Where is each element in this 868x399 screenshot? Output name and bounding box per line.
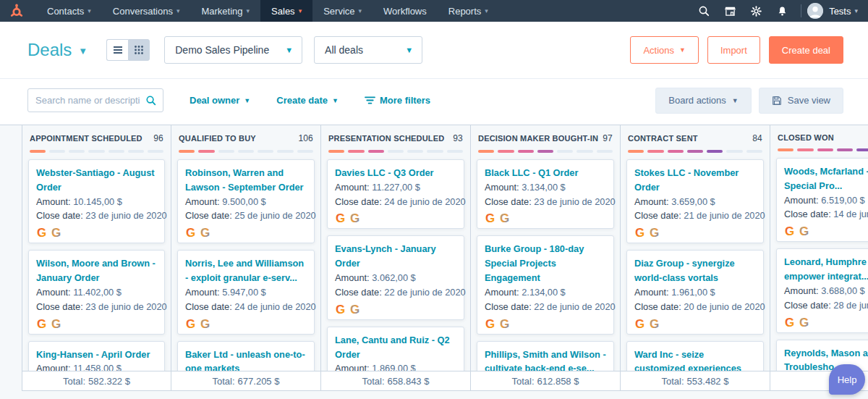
deal-card-title[interactable]: Diaz Group - synergize world-class vorta… xyxy=(634,256,756,285)
deal-card-title[interactable]: Leonard, Humphre - empower integrat... xyxy=(784,255,868,284)
deal-card-title[interactable]: King-Hansen - April Order xyxy=(36,348,157,362)
close-date-value: 14 de junio de 2020 xyxy=(833,209,868,219)
deal-card-title[interactable]: Evans-Lynch - January Order xyxy=(335,242,456,271)
actions-button-label: Actions xyxy=(643,45,674,56)
import-button[interactable]: Import xyxy=(707,36,760,64)
create-date-filter[interactable]: Create date ▼ xyxy=(276,95,339,106)
avatar[interactable] xyxy=(807,3,823,19)
deal-amount-row: Amount: 3.134,00 $ xyxy=(485,180,606,195)
search-icon[interactable] xyxy=(691,0,717,22)
notifications-icon[interactable] xyxy=(769,0,795,22)
deal-card[interactable]: Wilson, Moore and Brown - January OrderA… xyxy=(28,250,165,334)
nav-item-contacts[interactable]: Contacts▾ xyxy=(36,0,102,22)
pipeline-select[interactable]: Demo Sales Pipeline ▼ xyxy=(164,36,302,64)
deal-close-date-row: Close date: 25 de junio de 2020 xyxy=(185,209,307,223)
chevron-down-icon: ▾ xyxy=(485,7,488,14)
board-view-button[interactable] xyxy=(128,39,150,61)
account-name: Tests xyxy=(829,6,851,17)
page-title[interactable]: Deals ▼ xyxy=(27,40,88,60)
nav-item-sales[interactable]: Sales▾ xyxy=(260,0,312,22)
page-title-text: Deals xyxy=(27,40,72,60)
company-logos: GG xyxy=(36,316,157,330)
deal-card-title[interactable]: Woods, Mcfarland - 30-day Special Pro... xyxy=(784,164,868,193)
total-label: Total: xyxy=(362,376,385,387)
deal-card[interactable]: Black LLC - Q1 OrderAmount: 3.134,00 $Cl… xyxy=(477,159,614,229)
deal-card[interactable]: Davies LLC - Q3 OrderAmount: 11.227,00 $… xyxy=(327,159,464,229)
nav-item-conversations[interactable]: Conversations▾ xyxy=(102,0,191,22)
deal-amount-row: Amount: 10.145,00 $ xyxy=(36,195,157,209)
deal-card[interactable]: Robinson, Warren and Lawson - September … xyxy=(177,159,315,243)
deal-card[interactable]: Lane, Cantu and Ruiz - Q2 OrderAmount: 1… xyxy=(327,327,464,371)
company-logos: GG xyxy=(784,224,868,238)
close-date-label: Close date: xyxy=(185,301,232,312)
board-actions-button[interactable]: Board actions ▼ xyxy=(655,88,751,114)
close-date-label: Close date: xyxy=(634,210,681,221)
company-logos: GG xyxy=(185,225,307,239)
column-total: Total:658.843 $ xyxy=(321,371,470,391)
save-view-label: Save view xyxy=(788,95,830,106)
deal-owner-filter[interactable]: Deal owner ▼ xyxy=(190,95,250,106)
deal-card-title[interactable]: Black LLC - Q1 Order xyxy=(485,166,606,180)
svg-text:G: G xyxy=(37,226,46,240)
svg-text:G: G xyxy=(37,316,46,330)
deal-card[interactable]: Burke Group - 180-day Special Projects E… xyxy=(477,235,614,334)
deal-card[interactable]: Evans-Lynch - January OrderAmount: 3.062… xyxy=(327,235,464,319)
column-total: Total:612.858 $ xyxy=(471,371,620,391)
deal-card-title[interactable]: Phillips, Smith and Wilson - cultivate b… xyxy=(485,348,606,371)
chevron-down-icon: ▾ xyxy=(359,7,362,14)
deal-card-title[interactable]: Ward Inc - seize customized experiences xyxy=(634,348,756,371)
nav-item-reports[interactable]: Reports▾ xyxy=(438,0,499,22)
deal-card[interactable]: Phillips, Smith and Wilson - cultivate b… xyxy=(477,341,614,371)
list-view-button[interactable] xyxy=(106,39,128,61)
deals-view-value: All deals xyxy=(325,44,363,56)
help-button[interactable]: Help xyxy=(829,364,865,395)
hubspot-logo-icon[interactable] xyxy=(9,3,25,19)
nav-item-workflows[interactable]: Workflows xyxy=(373,0,438,22)
deal-card-title[interactable]: Davies LLC - Q3 Order xyxy=(335,166,456,180)
svg-text:G: G xyxy=(799,224,809,238)
deal-card[interactable]: Stokes LLC - November OrderAmount: 3.659… xyxy=(626,159,764,243)
close-date-label: Close date: xyxy=(784,300,831,311)
actions-button[interactable]: Actions ▼ xyxy=(630,36,699,64)
more-filters-button[interactable]: More filters xyxy=(365,95,430,106)
total-value: 612.858 $ xyxy=(537,376,579,387)
deal-card-title[interactable]: Lane, Cantu and Ruiz - Q2 Order xyxy=(335,333,456,362)
deal-card-title[interactable]: Norris, Lee and Williamson - exploit gra… xyxy=(185,256,307,285)
deal-card[interactable]: Leonard, Humphre - empower integrat...Am… xyxy=(776,248,868,332)
amount-value: 3.688,00 $ xyxy=(821,285,865,296)
deal-card-title[interactable]: Baker Ltd - unleash one-to-one markets xyxy=(185,348,307,371)
deal-card[interactable]: King-Hansen - April OrderAmount: 11.458,… xyxy=(28,341,165,371)
deal-card[interactable]: Webster-Santiago - August OrderAmount: 1… xyxy=(28,159,165,243)
company-logos: GG xyxy=(335,302,456,316)
deal-card-title[interactable]: Stokes LLC - November Order xyxy=(634,166,756,195)
deals-view-select[interactable]: All deals ▼ xyxy=(314,36,422,64)
deal-close-date-row: Close date: 24 de junio de 2020 xyxy=(335,195,456,209)
deal-card[interactable]: Baker Ltd - unleash one-to-one marketsAm… xyxy=(177,341,315,371)
nav-item-marketing[interactable]: Marketing▾ xyxy=(190,0,260,22)
deal-card-title[interactable]: Burke Group - 180-day Special Projects E… xyxy=(485,242,606,285)
search-input[interactable] xyxy=(35,95,145,106)
deal-card[interactable]: Woods, Mcfarland - 30-day Special Pro...… xyxy=(776,158,868,242)
save-view-button[interactable]: Save view xyxy=(759,88,843,114)
company-logos: GG xyxy=(36,225,157,239)
board: APPOINTMENT SCHEDULED96Webster-Santiago … xyxy=(0,125,868,399)
settings-icon[interactable] xyxy=(743,0,769,22)
create-deal-button[interactable]: Create deal xyxy=(769,36,843,64)
deal-card-title[interactable]: Robinson, Warren and Lawson - September … xyxy=(185,166,307,195)
deal-amount-row: Amount: 1.961,00 $ xyxy=(634,285,756,300)
deal-card-title[interactable]: Wilson, Moore and Brown - January Order xyxy=(36,256,157,285)
deal-card[interactable]: Ward Inc - seize customized experiencesA… xyxy=(626,341,764,371)
deal-card[interactable]: Norris, Lee and Williamson - exploit gra… xyxy=(177,250,315,334)
close-date-label: Close date: xyxy=(335,196,382,207)
deal-card-title[interactable]: Webster-Santiago - August Order xyxy=(36,166,157,195)
close-date-label: Close date: xyxy=(335,287,382,298)
board-column: QUALIFIED TO BUY106Robinson, Warren and … xyxy=(171,125,321,391)
svg-text:G: G xyxy=(336,211,345,225)
nav-item-service[interactable]: Service▾ xyxy=(312,0,373,22)
deal-card[interactable]: Diaz Group - synergize world-class vorta… xyxy=(626,250,764,334)
total-label: Total: xyxy=(213,376,235,387)
company-g-icon: G xyxy=(200,316,213,330)
account-menu[interactable]: Tests ▾ xyxy=(829,6,858,17)
marketplace-icon[interactable] xyxy=(717,0,743,22)
amount-label: Amount: xyxy=(485,287,519,298)
